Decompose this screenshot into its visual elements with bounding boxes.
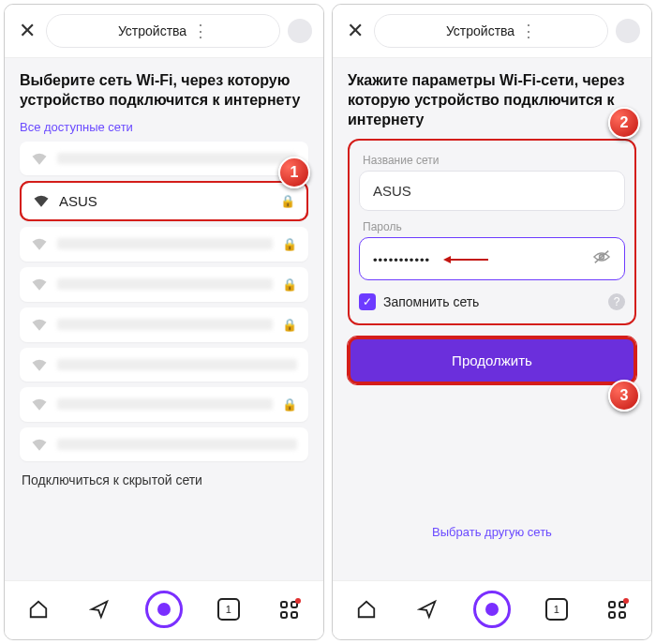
wifi-ssid: ASUS bbox=[59, 193, 271, 209]
lock-icon: 🔒 bbox=[282, 397, 297, 412]
content-area: Укажите параметры Wi-Fi-сети, через кото… bbox=[333, 58, 651, 580]
wifi-row[interactable] bbox=[20, 348, 308, 382]
wifi-icon bbox=[31, 237, 48, 250]
checkbox-checked-icon[interactable]: ✓ bbox=[359, 293, 376, 310]
wifi-ssid-blurred bbox=[57, 238, 273, 249]
lock-icon: 🔒 bbox=[282, 237, 297, 251]
wifi-row-selected[interactable]: ASUS 🔒 1 bbox=[20, 181, 308, 221]
wifi-icon bbox=[31, 277, 48, 291]
page-title: Устройства bbox=[118, 23, 186, 38]
hidden-network-link[interactable]: Подключиться к скрытой сети bbox=[20, 461, 308, 499]
ssid-input[interactable]: ASUS bbox=[359, 171, 625, 211]
nav-send-icon[interactable] bbox=[412, 596, 442, 622]
lock-icon: 🔒 bbox=[280, 194, 295, 208]
wifi-ssid-blurred bbox=[57, 153, 297, 164]
more-icon[interactable]: ⋮ bbox=[192, 21, 208, 41]
wifi-icon bbox=[31, 358, 48, 371]
avatar[interactable] bbox=[288, 19, 312, 43]
lock-icon: 🔒 bbox=[282, 277, 297, 292]
header: ✕ Устройства ⋮ bbox=[5, 5, 323, 58]
wifi-ssid-blurred bbox=[57, 398, 273, 410]
all-networks-link[interactable]: Все доступные сети bbox=[20, 120, 308, 134]
wifi-icon bbox=[33, 194, 50, 207]
notification-dot bbox=[623, 598, 629, 604]
nav-home-icon[interactable] bbox=[23, 596, 53, 622]
help-icon[interactable]: ? bbox=[608, 293, 625, 310]
page-title-pill[interactable]: Устройства ⋮ bbox=[46, 14, 280, 48]
content-area: Выберите сеть Wi-Fi, через которую устро… bbox=[5, 58, 323, 580]
bottom-nav: 1 bbox=[5, 580, 323, 639]
wifi-row[interactable]: 🔒 bbox=[20, 227, 308, 262]
lock-icon: 🔒 bbox=[282, 318, 297, 332]
password-label: Пароль bbox=[363, 220, 621, 233]
page-title-pill[interactable]: Устройства ⋮ bbox=[374, 14, 608, 48]
close-icon[interactable]: ✕ bbox=[16, 19, 38, 43]
nav-services-icon[interactable] bbox=[275, 596, 305, 622]
callout-badge-2: 2 bbox=[608, 107, 640, 139]
nav-services-icon[interactable] bbox=[603, 596, 633, 622]
wifi-row[interactable] bbox=[20, 427, 308, 461]
svg-marker-1 bbox=[443, 256, 451, 263]
wifi-row[interactable] bbox=[20, 142, 308, 175]
wifi-icon bbox=[31, 152, 48, 165]
remember-label: Запомнить сеть bbox=[383, 294, 479, 309]
nav-tabs-icon[interactable]: 1 bbox=[542, 596, 572, 622]
close-icon[interactable]: ✕ bbox=[344, 19, 366, 43]
avatar[interactable] bbox=[616, 19, 640, 43]
wifi-ssid-blurred bbox=[57, 359, 297, 370]
heading: Выберите сеть Wi-Fi, через которую устро… bbox=[20, 71, 308, 111]
continue-button[interactable]: Продолжить bbox=[348, 337, 636, 384]
wifi-icon bbox=[31, 318, 48, 331]
wifi-ssid-blurred bbox=[57, 439, 297, 450]
remember-row[interactable]: ✓ Запомнить сеть ? bbox=[359, 293, 625, 310]
wifi-row[interactable]: 🔒 bbox=[20, 387, 308, 422]
choose-other-network-link[interactable]: Выбрать другую сеть bbox=[348, 525, 636, 539]
nav-alice-icon[interactable] bbox=[145, 591, 183, 628]
wifi-icon bbox=[31, 397, 48, 411]
wifi-ssid-blurred bbox=[57, 278, 273, 290]
notification-dot bbox=[295, 598, 301, 604]
callout-badge-3: 3 bbox=[608, 380, 640, 412]
screen-enter-password: ✕ Устройства ⋮ Укажите параметры Wi-Fi-с… bbox=[332, 4, 652, 640]
wifi-list: ASUS 🔒 1 🔒 🔒 🔒 bbox=[20, 142, 308, 461]
credentials-form: 2 Название сети ASUS Пароль ••••••••••• … bbox=[348, 139, 636, 325]
wifi-row[interactable]: 🔒 bbox=[20, 267, 308, 302]
wifi-icon bbox=[31, 438, 48, 451]
heading: Укажите параметры Wi-Fi-сети, через кото… bbox=[348, 71, 636, 129]
arrow-left-icon bbox=[443, 251, 488, 267]
password-value: ••••••••••• bbox=[373, 253, 430, 267]
password-input[interactable]: ••••••••••• bbox=[359, 237, 625, 280]
header: ✕ Устройства ⋮ bbox=[333, 5, 651, 58]
wifi-row[interactable]: 🔒 bbox=[20, 307, 308, 342]
more-icon[interactable]: ⋮ bbox=[520, 21, 536, 41]
nav-home-icon[interactable] bbox=[351, 596, 381, 622]
nav-send-icon[interactable] bbox=[84, 596, 114, 622]
wifi-ssid-blurred bbox=[57, 319, 273, 330]
nav-tabs-icon[interactable]: 1 bbox=[214, 596, 244, 622]
ssid-label: Название сети bbox=[363, 154, 621, 167]
bottom-nav: 1 bbox=[333, 580, 651, 639]
ssid-value: ASUS bbox=[373, 183, 411, 199]
callout-badge-1: 1 bbox=[278, 157, 310, 188]
nav-alice-icon[interactable] bbox=[473, 591, 511, 628]
page-title: Устройства bbox=[446, 23, 514, 38]
screen-select-network: ✕ Устройства ⋮ Выберите сеть Wi-Fi, чере… bbox=[4, 4, 324, 640]
eye-off-icon[interactable] bbox=[592, 249, 611, 268]
